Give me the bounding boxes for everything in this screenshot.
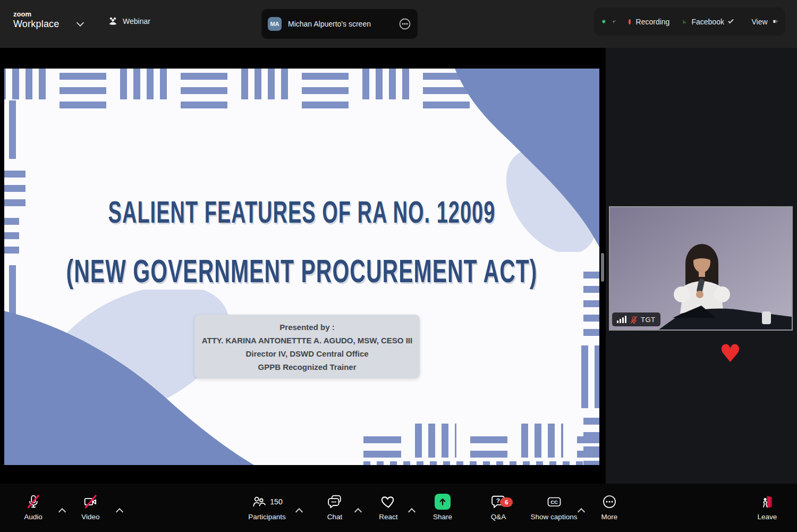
slide-title-line1: SALIENT FEATURES OF RA NO. 12009 xyxy=(4,196,599,230)
qa-label: Q&A xyxy=(491,513,506,521)
stream-menu-chevron-icon[interactable] xyxy=(728,18,734,24)
participants-label: Participants xyxy=(248,513,286,521)
slide-title-line2: (NEW GOVERNMENT PROCUREMENT ACT) xyxy=(4,252,599,290)
shared-screen-stage: SALIENT FEATURES OF RA NO. 12009 (NEW GO… xyxy=(0,48,606,484)
leave-label: Leave xyxy=(758,513,777,521)
captions-cc-icon: CC xyxy=(546,495,562,509)
video-button[interactable]: Video xyxy=(68,493,113,521)
share-button[interactable]: Share xyxy=(421,493,464,521)
ai-companion-sparkle-icon[interactable] xyxy=(612,16,616,28)
video-panel: TGT ♥ xyxy=(606,48,797,484)
qa-button[interactable]: ? Q&A 6 xyxy=(477,493,520,521)
chat-label: Chat xyxy=(327,513,343,521)
svg-text:CC: CC xyxy=(550,499,558,505)
more-button[interactable]: More xyxy=(588,493,631,521)
audio-options-chevron-icon[interactable] xyxy=(58,508,66,516)
webinar-tab-label: Webinar xyxy=(123,17,150,26)
tab-options-icon[interactable] xyxy=(398,18,411,30)
presenter-credential: GPPB Recognized Trainer xyxy=(194,360,420,374)
presenter-info-box: Presented by : ATTY. KARINA ANTONETTTE A… xyxy=(194,315,420,378)
mic-muted-icon xyxy=(26,494,41,509)
workplace-logo-text: Workplace xyxy=(13,19,60,29)
presenter-position: Director IV, DSWD Central Office xyxy=(194,347,420,360)
leave-door-icon xyxy=(760,494,775,509)
participants-icon xyxy=(251,494,266,509)
tab-webinar[interactable]: Webinar xyxy=(108,16,150,26)
zoom-logo-text: zoom xyxy=(13,11,60,18)
presenter-name: ATTY. KARINA ANTONETTTE A. AGUDO, MSW, C… xyxy=(194,334,420,347)
participants-count: 150 xyxy=(270,497,282,506)
more-ellipsis-icon xyxy=(602,494,617,509)
slide-pattern-bottom xyxy=(363,424,599,458)
recording-indicator-icon xyxy=(629,19,631,24)
react-options-chevron-icon[interactable] xyxy=(408,508,416,516)
captions-options-chevron-icon[interactable] xyxy=(578,508,585,516)
live-stream-icon xyxy=(682,16,686,27)
tab-shared-screen[interactable]: MA Michan Alpuerto's screen xyxy=(261,9,418,39)
scrollbar-thumb[interactable] xyxy=(601,253,604,282)
audio-button[interactable]: Audio xyxy=(11,493,56,521)
mic-muted-icon xyxy=(630,316,638,324)
meeting-toolbar: Audio Video 150 xyxy=(0,484,797,532)
presented-by-heading: Presented by : xyxy=(194,320,420,334)
participant-name-tag: TGT xyxy=(612,313,660,326)
qa-badge: 6 xyxy=(500,497,513,507)
leave-button[interactable]: Leave xyxy=(746,493,788,521)
react-label: React xyxy=(379,513,397,521)
more-label: More xyxy=(601,513,618,521)
chat-button[interactable]: Chat xyxy=(311,493,359,521)
participants-options-chevron-icon[interactable] xyxy=(295,508,303,516)
view-label[interactable]: View xyxy=(751,18,767,26)
recording-label[interactable]: Recording xyxy=(636,18,670,26)
react-heart-icon xyxy=(380,494,396,509)
speaker-video-tile[interactable]: TGT xyxy=(609,206,793,331)
security-shield-icon[interactable] xyxy=(601,16,606,28)
participants-button[interactable]: 150 Participants xyxy=(234,493,300,521)
titlebar: zoom Workplace Webinar MA Michan Alpuert… xyxy=(0,0,797,48)
share-label: Share xyxy=(433,513,452,521)
svg-text:?: ? xyxy=(496,497,500,504)
captions-label: Show captions xyxy=(531,513,578,521)
camera-muted-icon xyxy=(83,494,98,509)
avatar: MA xyxy=(268,17,282,31)
share-icon xyxy=(435,494,451,510)
webinar-people-icon xyxy=(108,16,118,26)
heart-reaction-icon: ♥ xyxy=(715,341,745,366)
video-label: Video xyxy=(81,513,99,521)
captions-button[interactable]: CC Show captions xyxy=(523,493,584,521)
chat-icon xyxy=(327,494,342,509)
speaker-video-frame xyxy=(610,207,792,330)
stream-target-label[interactable]: Facebook xyxy=(691,18,724,26)
zoom-webinar-window: zoom Workplace Webinar MA Michan Alpuert… xyxy=(0,0,797,532)
presentation-slide: SALIENT FEATURES OF RA NO. 12009 (NEW GO… xyxy=(4,69,599,465)
video-options-chevron-icon[interactable] xyxy=(116,508,123,516)
zoom-workplace-logo: zoom Workplace xyxy=(13,11,60,29)
participant-name-label: TGT xyxy=(641,316,656,324)
react-button[interactable]: React xyxy=(364,493,412,521)
workspace-menu-chevron-icon[interactable] xyxy=(77,19,84,27)
chat-options-chevron-icon[interactable] xyxy=(354,508,362,516)
audio-label: Audio xyxy=(24,513,43,521)
view-layout-icon[interactable] xyxy=(773,16,778,27)
shared-screen-tab-title: Michan Alpuerto's screen xyxy=(288,20,398,28)
meeting-status-bar: Recording Facebook View xyxy=(594,7,785,36)
signal-bars-icon xyxy=(617,316,626,323)
slide-pattern-bottom-edge xyxy=(363,461,599,465)
